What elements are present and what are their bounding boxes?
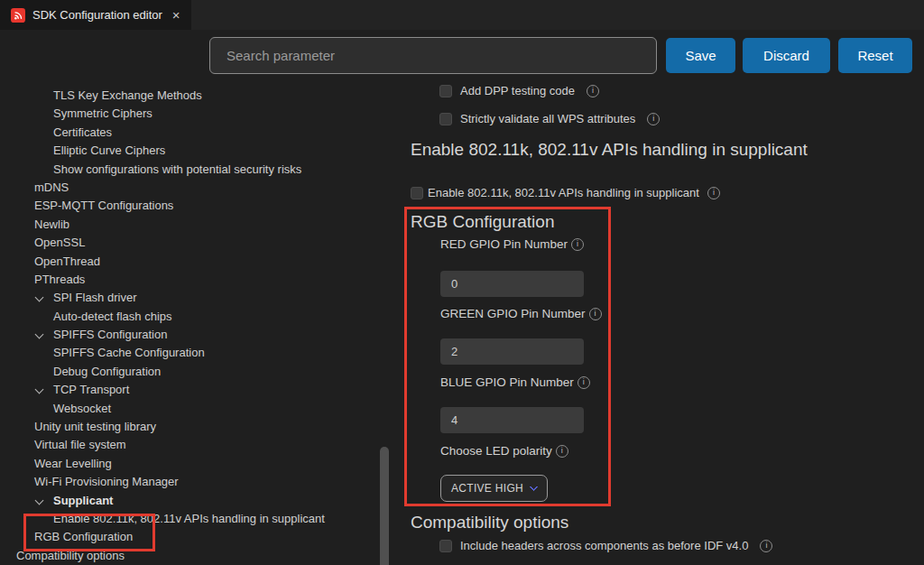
green-gpio-input[interactable]	[440, 338, 584, 365]
sidebar-item[interactable]: Compatibility options	[0, 547, 379, 565]
sidebar-item-label: Elliptic Curve Ciphers	[53, 144, 165, 157]
chevron-down-icon	[35, 293, 44, 302]
rgb-configuration-heading: RGB Configuration	[411, 212, 554, 232]
compatibility-options-heading: Compatibility options	[411, 513, 568, 533]
tab-sdk-configuration-editor[interactable]: SDK Configuration editor ×	[0, 0, 191, 30]
chevron-down-icon	[35, 330, 44, 339]
sidebar-item[interactable]: Symmetric Ciphers	[0, 105, 379, 123]
sidebar-item-label: Compatibility options	[16, 549, 125, 562]
sidebar-item-label: OpenThread	[34, 255, 100, 268]
led-polarity-value: ACTIVE HIGH	[451, 482, 523, 495]
sidebar-item[interactable]: SPIFFS Configuration	[0, 326, 379, 344]
sidebar-item-label: Websocket	[53, 402, 111, 415]
blue-gpio-label: BLUE GPIO Pin Number	[440, 375, 574, 389]
wps-validate-checkbox[interactable]	[439, 113, 452, 125]
sidebar-item[interactable]: mDNS	[0, 179, 379, 197]
sidebar-scrollbar-thumb[interactable]	[380, 447, 389, 565]
tab-title: SDK Configuration editor	[32, 8, 162, 22]
sidebar-item-label: Newlib	[34, 218, 69, 231]
info-icon[interactable]: i	[760, 540, 772, 552]
chevron-down-icon	[530, 482, 539, 491]
tab-bar: SDK Configuration editor ×	[0, 0, 924, 30]
green-gpio-label: GREEN GPIO Pin Number	[440, 307, 586, 320]
info-icon[interactable]: i	[556, 445, 568, 458]
save-button[interactable]: Save	[666, 38, 735, 73]
sidebar-item[interactable]: Certificates	[0, 124, 379, 142]
sidebar-item[interactable]: Auto-detect flash chips	[0, 308, 379, 326]
wps-validate-row: Strictly validate all WPS attributes i	[439, 112, 660, 125]
sidebar-item-label: Wi-Fi Provisioning Manager	[34, 475, 179, 488]
sidebar-item-label: TCP Transport	[53, 383, 129, 396]
chevron-down-icon	[35, 496, 44, 505]
sidebar-item[interactable]: Wi-Fi Provisioning Manager	[0, 473, 379, 491]
led-polarity-select[interactable]: ACTIVE HIGH	[440, 475, 548, 502]
sidebar-item[interactable]: Supplicant	[0, 492, 379, 510]
include-headers-row: Include headers across components as bef…	[439, 539, 772, 552]
sidebar-item[interactable]: RGB Configuration	[0, 528, 379, 546]
info-icon[interactable]: i	[647, 113, 660, 125]
enable-80211-label: Enable 802.11k, 802.11v APIs handling in…	[428, 186, 699, 199]
close-icon[interactable]: ×	[170, 7, 183, 23]
dpp-testing-label: Add DPP testing code	[460, 84, 575, 97]
sidebar-item-label: OpenSSL	[34, 236, 85, 249]
sidebar-item-label: Auto-detect flash chips	[53, 310, 172, 323]
sidebar-item[interactable]: TCP Transport	[0, 381, 379, 399]
sidebar-item[interactable]: Newlib	[0, 216, 379, 234]
enable-80211-checkbox[interactable]	[411, 187, 423, 199]
espressif-logo-icon	[11, 8, 25, 23]
sidebar-item-label: Symmetric Ciphers	[53, 107, 152, 120]
wps-validate-label: Strictly validate all WPS attributes	[460, 112, 635, 125]
chevron-down-icon	[35, 385, 44, 394]
info-icon[interactable]: i	[571, 238, 584, 251]
red-gpio-label-row: RED GPIO Pin Number i	[440, 237, 584, 251]
sidebar-item[interactable]: Show configurations with potential secur…	[0, 161, 379, 179]
sidebar-item[interactable]: Elliptic Curve Ciphers	[0, 142, 379, 160]
sidebar-item[interactable]: TLS Key Exchange Methods	[0, 87, 379, 105]
sidebar-item[interactable]: Websocket	[0, 400, 379, 418]
sidebar-item[interactable]: Wear Levelling	[0, 455, 379, 473]
discard-button[interactable]: Discard	[743, 38, 830, 73]
sidebar-item-label: Virtual file system	[34, 438, 126, 451]
include-headers-label: Include headers across components as bef…	[460, 539, 748, 552]
enable-80211-row: Enable 802.11k, 802.11v APIs handling in…	[411, 186, 720, 199]
sidebar-item[interactable]: Unity unit testing library	[0, 418, 379, 436]
section-heading-80211: Enable 802.11k, 802.11v APIs handling in…	[411, 140, 808, 160]
sidebar-item[interactable]: SPI Flash driver	[0, 289, 379, 307]
sidebar-item-label: Unity unit testing library	[34, 420, 156, 433]
search-input[interactable]	[209, 37, 657, 74]
info-icon[interactable]: i	[707, 187, 720, 199]
reset-button[interactable]: Reset	[838, 38, 912, 73]
dpp-testing-row: Add DPP testing code i	[439, 84, 599, 97]
sidebar-item-label: RGB Configuration	[34, 530, 133, 543]
info-icon[interactable]: i	[589, 308, 602, 320]
sidebar-item-label: SPI Flash driver	[53, 291, 136, 304]
sidebar-item-label: SPIFFS Configuration	[53, 328, 167, 341]
led-polarity-label-row: Choose LED polarity i	[440, 444, 568, 458]
sidebar-item-label: mDNS	[34, 181, 69, 194]
sidebar-item[interactable]: Enable 802.11k, 802.11v APIs handling in…	[0, 510, 379, 528]
sidebar-item[interactable]: OpenThread	[0, 253, 379, 271]
sidebar-item[interactable]: Virtual file system	[0, 436, 379, 454]
sidebar-item[interactable]: SPIFFS Cache Configuration	[0, 344, 379, 362]
sidebar-item-label: PThreads	[34, 273, 85, 286]
dpp-testing-checkbox[interactable]	[439, 85, 452, 97]
sidebar-item[interactable]: OpenSSL	[0, 234, 379, 252]
sidebar-item-label: Debug Configuration	[53, 365, 161, 378]
sidebar-item[interactable]: PThreads	[0, 271, 379, 289]
include-headers-checkbox[interactable]	[439, 540, 452, 552]
config-tree: TLS Key Exchange Methods Symmetric Ciphe…	[0, 87, 379, 565]
blue-gpio-input[interactable]	[440, 407, 584, 433]
sidebar-item-label: TLS Key Exchange Methods	[53, 88, 202, 102]
sidebar-item-label: Wear Levelling	[34, 457, 112, 470]
red-gpio-label: RED GPIO Pin Number	[440, 237, 568, 251]
red-gpio-input[interactable]	[440, 271, 584, 297]
sidebar-item-label: SPIFFS Cache Configuration	[53, 346, 205, 359]
sidebar-item-label: Show configurations with potential secur…	[53, 162, 301, 176]
sidebar-item[interactable]: Debug Configuration	[0, 363, 379, 381]
info-icon[interactable]: i	[578, 376, 590, 389]
sidebar-item-label: ESP-MQTT Configurations	[34, 199, 173, 212]
info-icon[interactable]: i	[587, 85, 599, 97]
sidebar-item[interactable]: ESP-MQTT Configurations	[0, 197, 379, 215]
blue-gpio-label-row: BLUE GPIO Pin Number i	[440, 375, 590, 389]
sidebar-item-label: Supplicant	[53, 494, 113, 507]
